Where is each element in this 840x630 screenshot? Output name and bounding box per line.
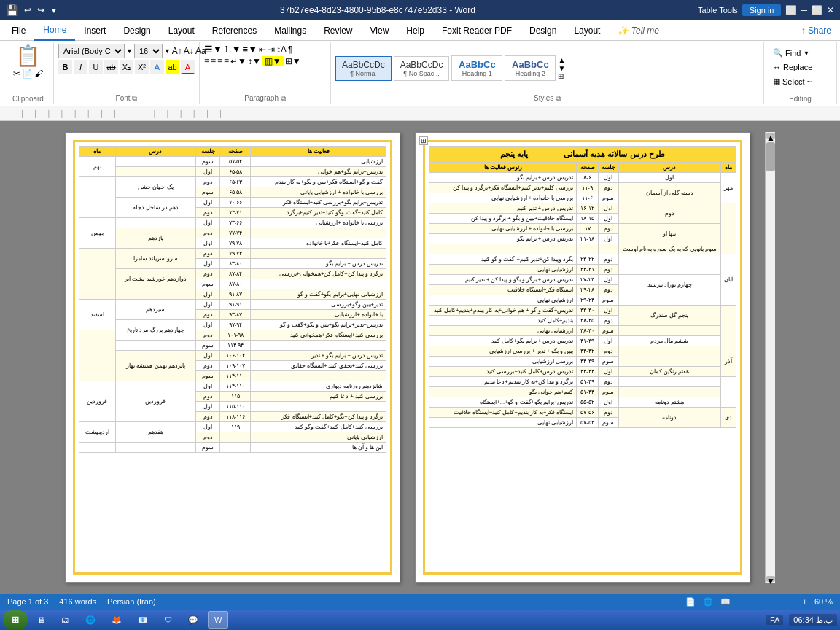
view-reading-icon[interactable]: 📖 — [720, 597, 731, 607]
tab-file[interactable]: File — [3, 20, 34, 41]
expand-table-button[interactable]: ⊞ — [419, 136, 428, 145]
tab-foxit[interactable]: Foxit Reader PDF — [433, 20, 521, 41]
table-row: چهارم نوراد بپرسید اول ۲۷-۲۴ تدریس درس +… — [429, 275, 736, 285]
format-painter-button[interactable]: 🖌 — [34, 69, 43, 79]
tab-mailings[interactable]: Mailings — [265, 20, 315, 41]
select-button[interactable]: ▦ Select ~ — [769, 75, 832, 88]
taskbar-btn-2[interactable]: 🗂 — [55, 611, 76, 629]
taskbar-btn-5[interactable]: 📧 — [131, 611, 155, 629]
tab-review[interactable]: Review — [315, 20, 361, 41]
tab-view[interactable]: View — [362, 20, 398, 41]
tab-tell-me[interactable]: ✨ Tell me — [609, 20, 668, 41]
tab-layout[interactable]: Layout — [160, 20, 203, 41]
numbering-button[interactable]: 1.▼ — [224, 44, 241, 55]
align-right-button[interactable]: ≡ — [217, 56, 222, 66]
italic-button[interactable]: I — [74, 60, 88, 74]
scroll-up-button[interactable]: ▲ — [766, 133, 775, 139]
border-button[interactable]: ⊞▼ — [285, 56, 301, 66]
paste-button[interactable]: 📋 — [15, 44, 41, 68]
tab-home[interactable]: Home — [34, 20, 75, 41]
decrease-font-icon[interactable]: A↓ — [184, 46, 194, 56]
align-center-button[interactable]: ≡ — [211, 56, 216, 66]
styles-dialog-icon[interactable]: ⧉ — [556, 94, 561, 102]
justify-button[interactable]: ≡ — [224, 56, 229, 66]
style-heading1[interactable]: AaBbCc Heading 1 — [451, 55, 502, 81]
taskbar-btn-1[interactable]: 🖥 — [31, 611, 52, 629]
style-heading2[interactable]: AaBbCc Heading 2 — [505, 55, 556, 81]
view-print-icon[interactable]: 📄 — [685, 597, 696, 607]
tab-layout2[interactable]: Layout — [565, 20, 609, 41]
multilevel-button[interactable]: ≡▼ — [243, 44, 257, 55]
bullets-button[interactable]: ☰▼ — [204, 44, 222, 55]
subscript-button[interactable]: X₂ — [120, 60, 133, 74]
taskbar-btn-6[interactable]: 🛡 — [158, 611, 179, 629]
tab-share[interactable]: ↑ Share — [793, 20, 840, 41]
lang-indicator[interactable]: FA — [766, 615, 783, 625]
copy-button[interactable]: 📄 — [22, 69, 33, 79]
vertical-scrollbar[interactable]: ▲ ▼ — [765, 132, 775, 583]
decrease-indent-button[interactable]: ⇤ — [259, 44, 266, 55]
font-size-dropdown-icon[interactable]: ▼ — [164, 47, 171, 55]
style-normal[interactable]: AaBbCcDc ¶ Normal — [335, 56, 392, 81]
minimize-icon[interactable]: ─ — [801, 5, 807, 15]
tab-insert[interactable]: Insert — [75, 20, 114, 41]
styles-expand-icon[interactable]: ⊞ — [558, 72, 565, 80]
bold-button[interactable]: B — [58, 60, 72, 74]
shading-button[interactable]: ▥▼ — [262, 56, 284, 66]
view-web-icon[interactable]: 🌐 — [703, 597, 713, 607]
font-name-dropdown-icon[interactable]: ▼ — [126, 47, 133, 55]
text-effects-button[interactable]: A — [150, 60, 164, 74]
sort-button[interactable]: ↕A — [276, 44, 287, 55]
tab-design2[interactable]: Design — [521, 20, 565, 41]
find-dropdown[interactable]: ▼ — [803, 50, 809, 57]
highlight-button[interactable]: ab — [166, 60, 179, 74]
underline-button[interactable]: U — [89, 60, 103, 74]
redo-icon[interactable]: ↪ — [37, 5, 44, 15]
superscript-button[interactable]: X² — [135, 60, 149, 74]
session-cell: اول — [598, 336, 618, 346]
taskbar-btn-3[interactable]: 🌐 — [79, 611, 102, 629]
style-no-spacing[interactable]: AaBbCcDc ¶ No Spac... — [394, 56, 450, 81]
scroll-thumb[interactable] — [766, 142, 775, 171]
signin-button[interactable]: Sign in — [742, 4, 782, 16]
font-dialog-icon[interactable]: ⧉ — [132, 94, 137, 102]
start-button[interactable]: ⊞ — [3, 610, 28, 629]
taskbar-word-btn[interactable]: W — [208, 611, 228, 629]
tab-references[interactable]: References — [203, 20, 265, 41]
font-color-button[interactable]: A — [181, 60, 195, 74]
zoom-out-button[interactable]: − — [738, 597, 742, 606]
month-cell — [79, 330, 116, 381]
find-button[interactable]: 🔍 Find ▼ — [769, 47, 832, 59]
replace-button[interactable]: ↔ Replace — [769, 61, 832, 73]
font-name-select[interactable]: Arial (Body C — [58, 44, 125, 58]
zoom-in-button[interactable]: + — [802, 597, 806, 606]
tab-design[interactable]: Design — [114, 20, 159, 41]
increase-indent-button[interactable]: ⇥ — [268, 44, 275, 55]
increase-font-icon[interactable]: A↑ — [172, 46, 182, 56]
title-bar-title: 37b27ee4-8d23-4800-95b8-e8c747e52d33 - W… — [58, 5, 698, 15]
strikethrough-button[interactable]: ab — [104, 60, 118, 74]
font-size-select[interactable]: 16 — [134, 44, 163, 58]
line-spacing-button[interactable]: ↕▼ — [248, 56, 261, 66]
zoom-level[interactable]: 60 % — [814, 597, 833, 606]
close-icon[interactable]: ✕ — [827, 5, 834, 15]
rtl-button[interactable]: ↵▼ — [230, 56, 246, 66]
pages-cell: ۹۳-۸۷ — [220, 310, 251, 320]
quick-access-dropdown[interactable]: ▼ — [50, 7, 58, 15]
activity-cell: برگرد و پیدا کن+بگو+کامل کنید+ایستگاه فک… — [251, 412, 386, 422]
zoom-slider[interactable]: ──────── — [750, 597, 795, 606]
paragraph-dialog-icon[interactable]: ⧉ — [281, 94, 286, 102]
scroll-down-button[interactable]: ▼ — [766, 576, 775, 582]
cut-button[interactable]: ✂ — [13, 69, 20, 79]
undo-icon[interactable]: ↩ — [24, 5, 31, 15]
restore-icon[interactable]: ⬜ — [785, 5, 796, 15]
maximize-icon[interactable]: ⬜ — [812, 5, 822, 15]
styles-up-icon[interactable]: ▲ — [558, 56, 565, 64]
session-cell: دوم — [598, 224, 618, 234]
tab-help[interactable]: Help — [397, 20, 433, 41]
taskbar-btn-4[interactable]: 🦊 — [105, 611, 128, 629]
align-left-button[interactable]: ≡ — [204, 56, 209, 66]
styles-down-icon[interactable]: ▼ — [558, 64, 565, 72]
show-marks-button[interactable]: ¶ — [288, 44, 292, 55]
taskbar-btn-7[interactable]: 💬 — [182, 611, 205, 629]
